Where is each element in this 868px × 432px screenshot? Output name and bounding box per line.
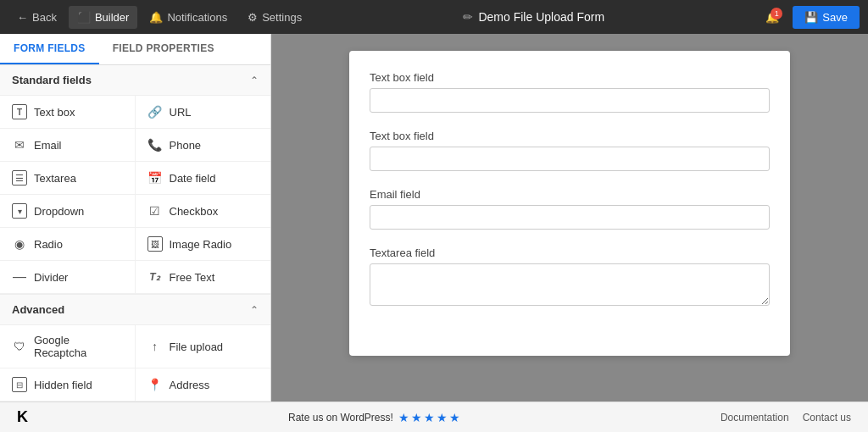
star-rating[interactable]: ★ ★ ★ ★ ★ bbox=[398, 411, 460, 424]
field-item-phone[interactable]: 📞 Phone bbox=[136, 129, 271, 162]
back-label: Back bbox=[32, 11, 57, 24]
field-item-date-field[interactable]: 📅 Date field bbox=[136, 162, 271, 195]
edit-icon: ✏ bbox=[463, 10, 473, 24]
content-area: Text box field Text box field Email fiel… bbox=[271, 34, 868, 402]
notifications-button[interactable]: 🔔 Notifications bbox=[141, 6, 236, 29]
star-1[interactable]: ★ bbox=[398, 411, 409, 424]
advanced-label: Advanced bbox=[12, 303, 64, 316]
email-icon: ✉ bbox=[12, 137, 27, 152]
sidebar-tabs: FORM FIELDS FIELD PROPERTIES bbox=[0, 34, 270, 65]
field-item-email[interactable]: ✉ Email bbox=[0, 129, 136, 162]
back-arrow-icon: ← bbox=[17, 11, 28, 24]
star-4[interactable]: ★ bbox=[437, 411, 448, 424]
notifications-label: Notifications bbox=[167, 11, 227, 24]
radio-icon: ◉ bbox=[12, 236, 27, 252]
settings-label: Settings bbox=[262, 11, 302, 24]
footer: K Rate us on WordPress! ★ ★ ★ ★ ★ Docume… bbox=[0, 402, 868, 432]
back-button[interactable]: ← Back bbox=[8, 6, 65, 29]
field-textarea-4[interactable] bbox=[370, 263, 770, 306]
builder-icon: ⬛ bbox=[77, 11, 91, 24]
field-label-3: Email field bbox=[370, 188, 770, 201]
field-input-2[interactable] bbox=[370, 147, 770, 171]
notification-badge: 1 bbox=[771, 8, 782, 19]
text-box-icon: T bbox=[12, 104, 27, 119]
form-card: Text box field Text box field Email fiel… bbox=[349, 51, 790, 356]
phone-icon: 📞 bbox=[147, 137, 163, 152]
field-item-file-upload[interactable]: ↑ File upload bbox=[136, 325, 271, 368]
documentation-link[interactable]: Documentation bbox=[721, 412, 789, 424]
footer-center: Rate us on WordPress! ★ ★ ★ ★ ★ bbox=[288, 411, 460, 424]
field-label-2: Text box field bbox=[370, 130, 770, 142]
nav-right-actions: 🔔 1 💾 Save bbox=[757, 6, 860, 29]
file-upload-icon: ↑ bbox=[147, 339, 163, 354]
field-item-divider[interactable]: — Divider bbox=[0, 261, 136, 294]
field-item-free-text[interactable]: T₂ Free Text bbox=[136, 261, 271, 294]
standard-fields-grid: T Text box 🔗 URL ✉ Email 📞 Phone ☰ Texta… bbox=[0, 96, 270, 295]
field-label-1: Text box field bbox=[370, 71, 770, 84]
standard-fields-label: Standard fields bbox=[12, 74, 92, 86]
field-label-4: Textarea field bbox=[370, 246, 770, 259]
field-input-1[interactable] bbox=[370, 88, 770, 113]
field-item-address[interactable]: 📍 Address bbox=[136, 368, 271, 402]
form-field-group-3: Email field bbox=[370, 188, 770, 230]
logo-text: K bbox=[17, 408, 28, 426]
field-item-textarea[interactable]: ☰ Textarea bbox=[0, 162, 136, 195]
hidden-field-icon: ⊟ bbox=[12, 377, 27, 392]
builder-button[interactable]: ⬛ Builder bbox=[69, 6, 137, 29]
footer-logo: K bbox=[17, 408, 28, 426]
star-2[interactable]: ★ bbox=[411, 411, 422, 424]
form-field-group-2: Text box field bbox=[370, 130, 770, 171]
advanced-section-header[interactable]: Advanced ⌃ bbox=[0, 295, 270, 325]
builder-label: Builder bbox=[95, 11, 129, 24]
notification-bell-button[interactable]: 🔔 1 bbox=[757, 6, 787, 29]
rate-text: Rate us on WordPress! bbox=[288, 412, 393, 424]
bell-icon: 🔔 bbox=[149, 11, 163, 24]
star-3[interactable]: ★ bbox=[424, 411, 435, 424]
advanced-fields-grid: 🛡 Google Recaptcha ↑ File upload ⊟ Hidde… bbox=[0, 325, 270, 402]
free-text-icon: T₂ bbox=[147, 269, 163, 285]
gear-icon: ⚙ bbox=[248, 11, 258, 24]
field-item-image-radio[interactable]: 🖼 Image Radio bbox=[136, 228, 271, 261]
save-button[interactable]: 💾 Save bbox=[793, 6, 860, 29]
field-item-google-recaptcha[interactable]: 🛡 Google Recaptcha bbox=[0, 325, 136, 368]
field-item-dropdown[interactable]: ▾ Dropdown bbox=[0, 195, 136, 228]
advanced-chevron-up-icon: ⌃ bbox=[250, 304, 259, 316]
field-item-checkbox[interactable]: ☑ Checkbox bbox=[136, 195, 271, 228]
settings-button[interactable]: ⚙ Settings bbox=[239, 6, 310, 29]
top-navigation: ← Back ⬛ Builder 🔔 Notifications ⚙ Setti… bbox=[0, 0, 868, 34]
field-input-3[interactable] bbox=[370, 205, 770, 230]
tab-form-fields[interactable]: FORM FIELDS bbox=[0, 34, 99, 64]
sidebar: FORM FIELDS FIELD PROPERTIES Standard fi… bbox=[0, 34, 271, 402]
divider-icon: — bbox=[12, 269, 27, 285]
field-item-hidden-field[interactable]: ⊟ Hidden field bbox=[0, 368, 136, 402]
url-icon: 🔗 bbox=[147, 104, 163, 119]
field-item-text-box[interactable]: T Text box bbox=[0, 96, 136, 129]
form-field-group-1: Text box field bbox=[370, 71, 770, 113]
dropdown-icon: ▾ bbox=[12, 203, 27, 219]
field-item-radio[interactable]: ◉ Radio bbox=[0, 228, 136, 261]
page-title: ✏ Demo File Upload Form bbox=[314, 10, 754, 24]
main-container: FORM FIELDS FIELD PROPERTIES Standard fi… bbox=[0, 34, 868, 402]
chevron-up-icon: ⌃ bbox=[250, 75, 259, 86]
textarea-icon: ☰ bbox=[12, 170, 27, 186]
tab-field-properties[interactable]: FIELD PROPERTIES bbox=[99, 34, 228, 64]
image-radio-icon: 🖼 bbox=[147, 236, 163, 252]
field-item-url[interactable]: 🔗 URL bbox=[136, 96, 271, 129]
standard-fields-section-header[interactable]: Standard fields ⌃ bbox=[0, 65, 270, 96]
footer-right-links: Documentation Contact us bbox=[721, 412, 851, 424]
date-icon: 📅 bbox=[147, 170, 163, 186]
form-field-group-4: Textarea field bbox=[370, 246, 770, 308]
contact-link[interactable]: Contact us bbox=[803, 412, 851, 424]
star-5[interactable]: ★ bbox=[449, 411, 460, 424]
recaptcha-icon: 🛡 bbox=[12, 339, 27, 354]
save-icon: 💾 bbox=[804, 11, 818, 24]
checkbox-icon: ☑ bbox=[147, 203, 163, 219]
address-icon: 📍 bbox=[147, 377, 163, 392]
